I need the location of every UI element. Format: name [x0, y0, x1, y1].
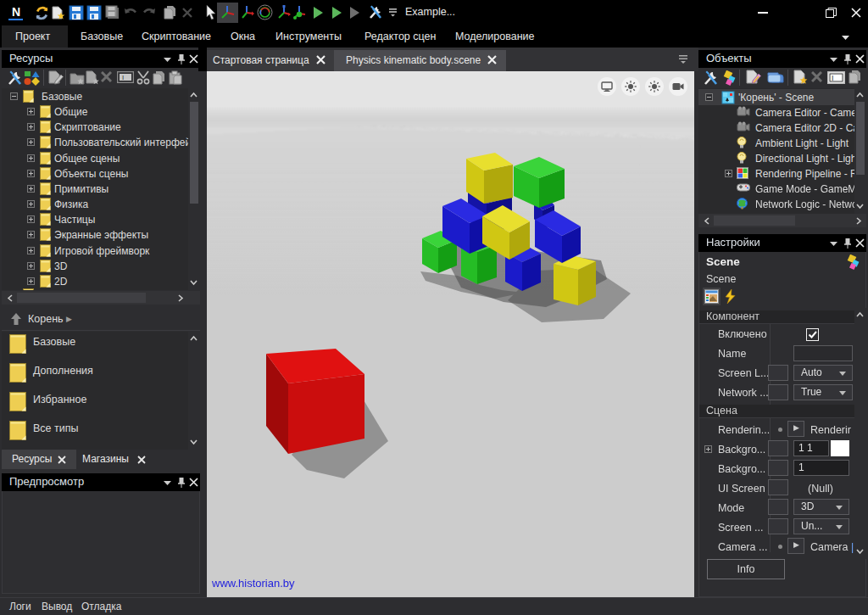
svg-text:I: I — [832, 74, 834, 82]
svg-text:I: I — [122, 74, 124, 81]
